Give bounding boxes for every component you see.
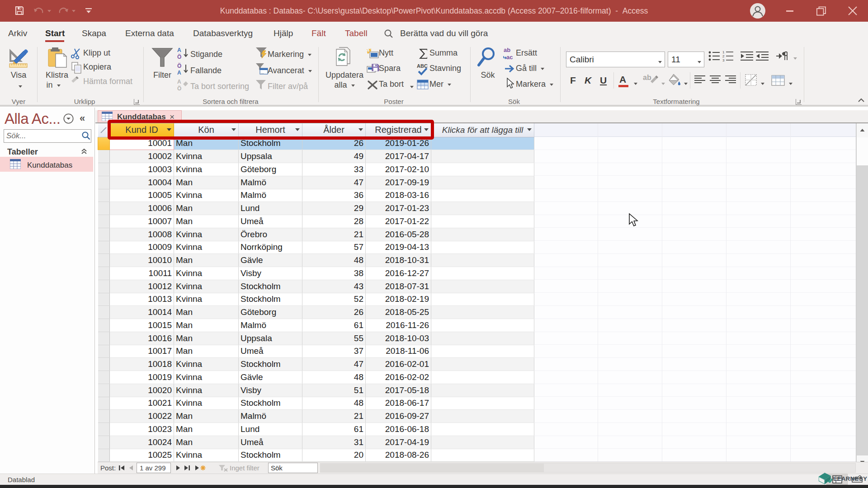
svg-text:2: 2 bbox=[722, 54, 725, 58]
svg-text:1: 1 bbox=[722, 50, 725, 54]
svg-text:...: ... bbox=[261, 70, 264, 75]
svg-text:ab: ab bbox=[504, 47, 510, 53]
svg-text:3: 3 bbox=[722, 58, 725, 62]
svg-text:Ö: Ö bbox=[177, 53, 181, 60]
svg-text:ac: ac bbox=[506, 54, 513, 61]
svg-text:A: A bbox=[177, 79, 181, 85]
svg-text:Ö: Ö bbox=[177, 85, 181, 91]
svg-text:A: A bbox=[177, 47, 181, 53]
svg-text:Ö: Ö bbox=[177, 63, 181, 69]
svg-text:A: A bbox=[177, 70, 181, 75]
